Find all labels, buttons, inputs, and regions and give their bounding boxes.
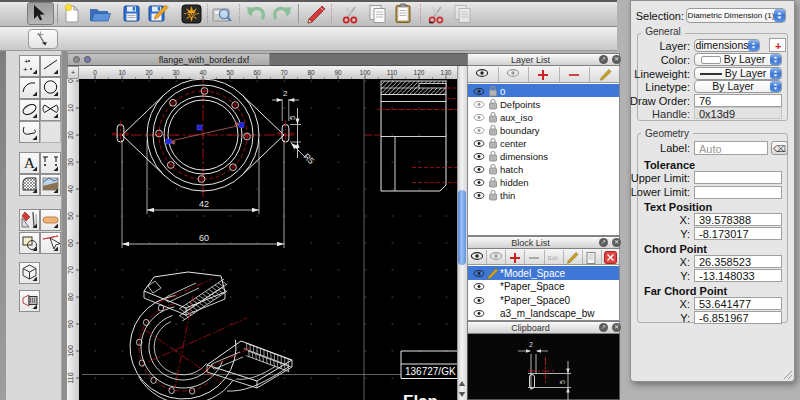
svg-text:5: 5	[288, 115, 297, 120]
svg-text:20: 20	[67, 131, 74, 139]
svg-text:50: 50	[67, 212, 74, 220]
svg-text:60: 60	[199, 233, 209, 243]
svg-text:60: 60	[253, 69, 261, 76]
svg-text:80: 80	[67, 293, 74, 301]
svg-text:70: 70	[280, 69, 288, 76]
svg-text:10: 10	[118, 69, 126, 76]
svg-text:130: 130	[441, 69, 452, 76]
svg-text:2: 2	[529, 341, 533, 348]
svg-text:R5: R5	[302, 151, 317, 166]
svg-text:5: 5	[559, 380, 566, 384]
svg-text:60: 60	[67, 239, 74, 247]
svg-text:136727/GK: 136727/GK	[405, 366, 456, 377]
svg-text:Edit: Edit	[548, 255, 559, 261]
svg-text:40: 40	[199, 69, 207, 76]
svg-text:50: 50	[226, 69, 234, 76]
svg-text:A: A	[24, 155, 35, 171]
svg-text:2: 2	[283, 89, 288, 98]
svg-text:40: 40	[67, 185, 74, 193]
svg-text:90: 90	[67, 320, 74, 328]
svg-text:Flan: Flan	[403, 392, 438, 400]
svg-text:0: 0	[67, 79, 74, 83]
svg-text:+: +	[23, 65, 28, 74]
svg-text:90: 90	[334, 69, 342, 76]
svg-text:30: 30	[67, 158, 74, 166]
svg-text:100: 100	[360, 69, 371, 76]
svg-text:110: 110	[387, 69, 398, 76]
svg-text:30: 30	[172, 69, 180, 76]
svg-text:100: 100	[67, 345, 74, 357]
svg-text:42: 42	[199, 199, 209, 209]
svg-text:120: 120	[414, 69, 425, 76]
svg-text:10: 10	[67, 104, 74, 112]
svg-text:SVG: SVG	[185, 12, 198, 18]
svg-text:70: 70	[67, 266, 74, 274]
svg-text:0: 0	[93, 69, 97, 76]
svg-text:20: 20	[145, 69, 153, 76]
svg-text:80: 80	[307, 69, 315, 76]
svg-text:110: 110	[67, 372, 74, 383]
